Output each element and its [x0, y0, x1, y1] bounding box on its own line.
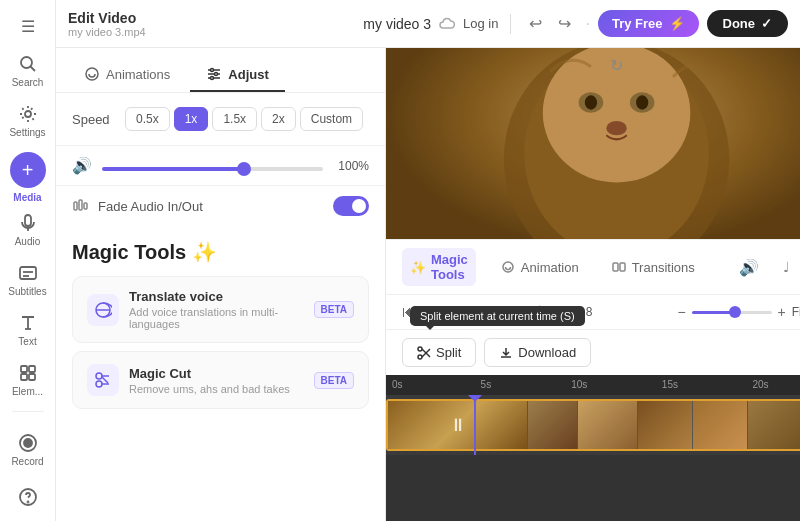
- scissors-icon: [417, 346, 431, 360]
- done-button[interactable]: Done ✓: [707, 10, 789, 37]
- volume-slider[interactable]: [102, 167, 323, 171]
- magic-card-translate[interactable]: Translate voice Add voice translations i…: [72, 276, 369, 343]
- sidebar-item-search[interactable]: Search: [4, 48, 52, 94]
- audio-wave-icon[interactable]: 🔊: [735, 254, 763, 281]
- speed-label: Speed: [72, 112, 117, 127]
- zoom-section: − + Fit: [677, 304, 800, 320]
- search-icon: [18, 54, 38, 74]
- translate-beta-badge: BETA: [314, 301, 354, 318]
- try-free-button[interactable]: Try Free ⚡: [598, 10, 699, 37]
- tab-animation[interactable]: Animation: [492, 255, 587, 279]
- sidebar-item-help[interactable]: [4, 481, 52, 513]
- menu-button[interactable]: ☰: [10, 8, 46, 44]
- sidebar-item-media[interactable]: +: [10, 152, 46, 188]
- track-thumb-1: ⏸: [388, 401, 528, 449]
- magic-tab-icon: ✨: [410, 260, 426, 275]
- fade-toggle[interactable]: [333, 196, 369, 216]
- svg-rect-12: [29, 374, 35, 380]
- zoom-slider[interactable]: [692, 311, 772, 314]
- tab-animations-label: Animations: [106, 67, 170, 82]
- zoom-out-button[interactable]: −: [677, 304, 685, 320]
- split-button[interactable]: Split: [402, 338, 476, 367]
- sidebar-item-audio[interactable]: Audio: [4, 207, 52, 253]
- timeline-track[interactable]: ⏸: [386, 395, 800, 455]
- sidebar-item-subtitles[interactable]: Subtitles: [4, 257, 52, 303]
- refresh-icon: ↻: [610, 56, 623, 75]
- svg-rect-43: [386, 48, 800, 239]
- svg-rect-24: [74, 202, 77, 210]
- magic-card-magiccut-info: Magic Cut Remove ums, ahs and bad takes: [129, 366, 304, 395]
- timeline-playhead: [474, 395, 476, 455]
- speaker-icon[interactable]: ♩: [779, 255, 794, 279]
- svg-point-0: [21, 57, 32, 68]
- text-icon: [18, 313, 38, 333]
- speed-btn-05x[interactable]: 0.5x: [125, 107, 170, 131]
- audio-label: Audio: [15, 236, 41, 247]
- try-free-label: Try Free: [612, 16, 663, 31]
- animation-tab-label: Animation: [521, 260, 579, 275]
- tab-adjust[interactable]: Adjust: [190, 58, 284, 92]
- magiccut-icon: [87, 364, 119, 396]
- speed-section: Speed 0.5x 1x 1.5x 2x Custom: [56, 93, 385, 146]
- ruler-mark-10s: 10s: [571, 379, 587, 390]
- sidebar-item-elements[interactable]: Elem...: [4, 357, 52, 403]
- sidebar-item-label: Search: [12, 77, 44, 88]
- download-label: Download: [518, 345, 576, 360]
- svg-rect-11: [21, 374, 27, 380]
- svg-rect-26: [84, 203, 87, 209]
- speed-btn-15x[interactable]: 1.5x: [212, 107, 257, 131]
- translate-icon: [87, 294, 119, 326]
- ruler-mark-5s: 5s: [481, 379, 492, 390]
- elements-label: Elem...: [12, 386, 43, 397]
- magic-tab-label: Magic Tools: [431, 252, 468, 282]
- elements-icon: [18, 363, 38, 383]
- svg-rect-5: [20, 267, 36, 279]
- header-divider: [510, 14, 511, 34]
- plus-icon: +: [22, 159, 34, 182]
- tab-adjust-label: Adjust: [228, 67, 268, 82]
- svg-rect-3: [25, 215, 31, 226]
- speed-btn-1x[interactable]: 1x: [174, 107, 209, 131]
- record-icon: [18, 433, 38, 453]
- magic-tools-section: Magic Tools ✨ Translate voice Add voice …: [56, 226, 385, 431]
- main-area: Edit Video my video 3.mp4 my video 3 Log…: [56, 0, 800, 521]
- bottom-area: Split element at current time (S) Split …: [386, 330, 800, 521]
- page-title-section: Edit Video my video 3.mp4: [68, 10, 146, 38]
- speed-btn-custom[interactable]: Custom: [300, 107, 363, 131]
- undo-button[interactable]: ↩: [523, 10, 548, 37]
- subtitles-label: Subtitles: [8, 286, 46, 297]
- tab-magic-tools[interactable]: ✨ Magic Tools: [402, 248, 476, 286]
- transitions-tab-label: Transitions: [632, 260, 695, 275]
- subtitles-icon: [18, 263, 38, 283]
- sidebar-item-record[interactable]: Record: [4, 427, 52, 473]
- magic-card-magiccut[interactable]: Magic Cut Remove ums, ahs and bad takes …: [72, 351, 369, 409]
- magiccut-name: Magic Cut: [129, 366, 304, 381]
- audio-icon: [18, 213, 38, 233]
- login-button[interactable]: Log in: [463, 16, 498, 31]
- text-label: Text: [18, 336, 36, 347]
- media-label: Media: [13, 192, 41, 203]
- animation-icon: [500, 259, 516, 275]
- download-button[interactable]: Download: [484, 338, 591, 367]
- content-area: Animations Adjust Speed 0: [56, 48, 800, 521]
- header: Edit Video my video 3.mp4 my video 3 Log…: [56, 0, 800, 48]
- panel-tabs: Animations Adjust: [56, 48, 385, 93]
- track-thumb-6: [748, 401, 800, 449]
- sidebar-item-text[interactable]: Text: [4, 307, 52, 353]
- left-panel: Animations Adjust Speed 0: [56, 48, 386, 521]
- video-frame: [386, 48, 800, 239]
- sidebar-item-settings[interactable]: Settings: [4, 98, 52, 144]
- fade-text: Fade Audio In/Out: [98, 199, 203, 214]
- redo-button[interactable]: ↪: [552, 10, 577, 37]
- page-subtitle: my video 3.mp4: [68, 26, 146, 38]
- svg-point-17: [86, 68, 98, 80]
- zoom-in-button[interactable]: +: [778, 304, 786, 320]
- svg-point-29: [96, 381, 102, 387]
- cloud-icon: [439, 16, 455, 32]
- tab-transitions[interactable]: Transitions: [603, 255, 703, 279]
- magic-tools-title: Magic Tools ✨: [72, 240, 369, 264]
- tab-animations[interactable]: Animations: [68, 58, 186, 92]
- volume-slider-wrap: [102, 157, 323, 175]
- track-thumb-2: [528, 401, 578, 449]
- speed-btn-2x[interactable]: 2x: [261, 107, 296, 131]
